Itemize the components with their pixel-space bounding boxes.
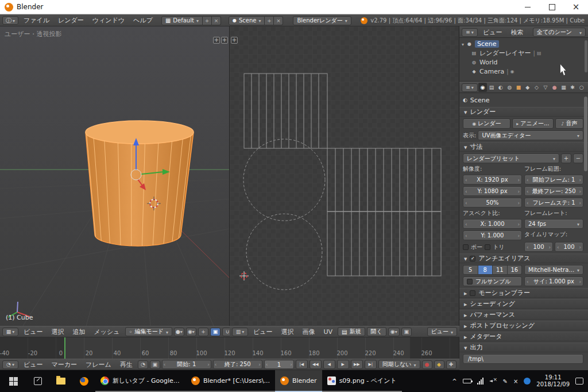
remap-new-field[interactable]: 100 <box>555 242 583 252</box>
outliner-item-render-layers[interactable]: ▤ レンダーレイヤー <box>462 48 588 57</box>
play-reverse-button[interactable]: ◀ <box>323 360 335 369</box>
volume-muted-icon[interactable] <box>489 378 497 384</box>
current-frame-line[interactable] <box>64 337 65 359</box>
tab-particles[interactable] <box>568 83 577 92</box>
outliner-item-world[interactable]: ◍ World <box>462 57 588 67</box>
tab-object[interactable] <box>514 83 523 92</box>
maximize-button[interactable] <box>540 0 564 14</box>
panel-header-motion-blur[interactable]: モーションブラー <box>459 288 588 298</box>
menu-marker[interactable]: マーカー <box>48 360 81 369</box>
new-image-button[interactable]: 新規 <box>338 327 365 336</box>
next-keyframe-button[interactable]: ▶▶ <box>351 360 363 369</box>
panel-header-performance[interactable]: パフォーマンス <box>459 310 588 320</box>
panel-header-dimensions[interactable]: 寸法 <box>459 142 588 152</box>
notification-center-icon[interactable] <box>575 378 583 385</box>
start-button[interactable] <box>0 370 26 392</box>
render-still-button[interactable]: レンダー <box>463 118 510 129</box>
pivot-point-selector[interactable] <box>186 328 196 336</box>
open-image-button[interactable]: 開く <box>367 327 386 336</box>
mode-selector[interactable]: 編集モード <box>125 327 172 336</box>
frame-end-field[interactable]: 最終フレー: 250 <box>524 186 583 196</box>
menu-uv[interactable]: UV <box>320 328 336 336</box>
menu-search[interactable]: 検索 <box>508 28 527 37</box>
menu-view[interactable]: ビュー <box>250 328 276 336</box>
close-tray-icon[interactable]: × <box>513 378 518 385</box>
aa-sample-11[interactable]: 11 <box>493 265 508 275</box>
menu-frame[interactable]: フレーム <box>82 360 115 369</box>
manipulator-active-toggle[interactable] <box>210 328 220 336</box>
render-display-selector[interactable]: UV画像エディター <box>478 130 583 140</box>
render-preset-selector[interactable]: レンダープリセット <box>463 153 559 163</box>
scene-selector[interactable]: Scene <box>229 16 265 25</box>
panel-header-output[interactable]: 出力 <box>459 343 588 352</box>
resolution-x-field[interactable]: X: 1920 px <box>463 175 522 185</box>
menu-help[interactable]: ヘルプ <box>130 16 156 25</box>
panel-header-antialiasing[interactable]: アンチエイリアス <box>459 253 588 263</box>
tray-expand-chevron-icon[interactable]: ^ <box>452 378 457 385</box>
menu-select[interactable]: 選択 <box>48 328 68 336</box>
frame-start-field[interactable]: 開始フレーム: 1 <box>524 175 583 185</box>
insert-keyframe-button[interactable] <box>446 360 457 369</box>
border-checkbox[interactable] <box>463 244 469 250</box>
panel-header-render[interactable]: レンダー <box>459 107 588 117</box>
firefox-button[interactable] <box>72 370 95 392</box>
fps-selector[interactable]: 24 fps <box>524 219 583 229</box>
current-frame-field[interactable]: 1 <box>264 360 294 369</box>
motion-blur-checkbox[interactable] <box>470 290 475 296</box>
taskbar-app-blender-file[interactable]: Blender* [C:\Users\... <box>186 370 275 392</box>
panel-header-metadata[interactable]: メタデータ <box>459 332 588 341</box>
editor-type-uv-button[interactable] <box>232 328 248 336</box>
add-layout-button[interactable] <box>203 16 212 25</box>
cylinder-mesh[interactable] <box>86 121 194 246</box>
full-sample-checkbox[interactable] <box>467 279 473 285</box>
taskbar-clock[interactable]: 19:11 2018/12/09 <box>536 374 570 389</box>
editor-type-3dview-button[interactable] <box>2 328 18 336</box>
resolution-percent-field[interactable]: 50% <box>463 198 522 207</box>
tab-render[interactable] <box>478 83 487 92</box>
resolution-y-field[interactable]: Y: 1080 px <box>463 186 522 196</box>
close-button[interactable] <box>564 0 588 14</box>
sync-mode-selector[interactable]: 同期しない <box>378 360 420 369</box>
tab-modifiers[interactable] <box>532 83 541 92</box>
frame-end-field[interactable]: 終了: 250 <box>213 360 262 369</box>
frame-step-field[interactable]: フレームステ: 1 <box>524 198 583 207</box>
menu-view[interactable]: ビュー <box>20 328 47 336</box>
network-signal-icon[interactable] <box>477 378 483 385</box>
outliner-item-scene[interactable]: ● Scene <box>462 39 588 48</box>
tab-constraints[interactable] <box>523 83 532 92</box>
file-explorer-button[interactable] <box>49 370 72 392</box>
menu-add[interactable]: 追加 <box>69 328 89 336</box>
region-split-icon[interactable]: + <box>213 37 220 44</box>
menu-select[interactable]: 選択 <box>278 328 297 336</box>
ink-workspace-button[interactable] <box>26 370 49 392</box>
jump-to-start-button[interactable]: |◀ <box>296 360 308 369</box>
menu-view[interactable]: ビュー <box>479 28 506 37</box>
uv-pivot-selector[interactable] <box>388 328 400 336</box>
output-path-field[interactable]: /tmp\ <box>463 354 583 364</box>
outliner-filter-selector[interactable]: 全てのシーン <box>533 28 586 37</box>
uv-snap-toggle[interactable] <box>401 328 412 336</box>
menu-mesh[interactable]: メッシュ <box>91 328 123 336</box>
panel-header-shading[interactable]: シェーディング <box>459 299 588 309</box>
menu-window[interactable]: ウィンドウ <box>89 16 128 25</box>
manipulator-translate-toggle[interactable] <box>198 328 208 336</box>
taskbar-app-blender[interactable]: Blender <box>275 370 322 392</box>
aspect-x-field[interactable]: X: 1.000 <box>463 219 522 229</box>
tab-world[interactable] <box>505 83 514 92</box>
outliner-scrollbar[interactable] <box>585 40 587 72</box>
prev-keyframe-button[interactable]: ◀◀ <box>310 360 322 369</box>
full-sample-toggle[interactable]: フルサンプル <box>463 276 522 286</box>
menu-view[interactable]: ビュー <box>20 360 47 369</box>
remap-old-field[interactable]: 100 <box>524 242 553 252</box>
aa-size-field[interactable]: サイ: 1.000 px <box>524 276 583 286</box>
viewport-shading-selector[interactable] <box>174 328 184 336</box>
tab-scene[interactable] <box>496 83 505 92</box>
antialiasing-checkbox[interactable] <box>470 256 475 262</box>
play-button[interactable]: ▶ <box>337 360 349 369</box>
aa-sample-16[interactable]: 16 <box>508 265 523 275</box>
add-preset-button[interactable] <box>561 153 571 163</box>
editor-type-info-button[interactable] <box>2 16 18 25</box>
3d-viewport[interactable]: ユーザー・透視投影 (1) Cube + + <box>0 26 230 326</box>
keying-set-button[interactable] <box>434 360 444 369</box>
uv-image-editor[interactable]: + <box>230 26 459 326</box>
